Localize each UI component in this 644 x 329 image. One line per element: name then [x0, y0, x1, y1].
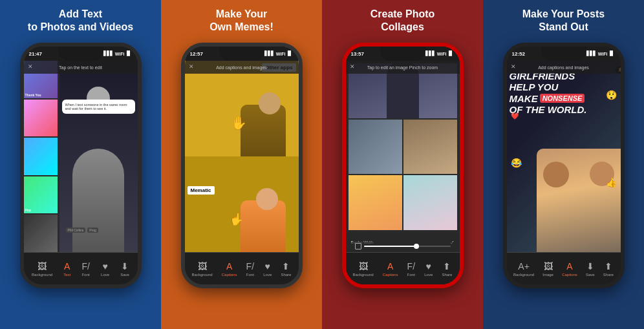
toolbar-share-2[interactable]: ⬆ Share	[281, 261, 291, 277]
time-1: 21:47	[29, 51, 42, 57]
toolbar-love-1[interactable]: ♥ Love	[101, 261, 109, 277]
panel-1-title: Add Text to Photos and Videos	[28, 8, 133, 36]
toolbar-love-label: Love	[101, 273, 109, 277]
post-bg: GIRLFRIENDS HELP YOU MAKE nonsense OF TH…	[507, 61, 621, 252]
toolbar-captions-4[interactable]: A Captions	[562, 261, 577, 277]
toolbar-save-1[interactable]: ⬇ Save	[120, 261, 129, 277]
slider-fill-1	[364, 246, 416, 247]
close-button-1[interactable]: ✕	[28, 64, 34, 70]
bg-icon-4: A+	[518, 261, 530, 271]
panel-posts: Make Your Posts Stand Out 12:52 ▋▋▋ WiFi…	[483, 0, 644, 329]
share-label-3: Share	[442, 273, 452, 277]
border-slider-1[interactable]	[364, 246, 451, 247]
battery-icon: ▉	[127, 51, 130, 56]
phone-3: 13:57 ▋▋▋ WiFi ▉ ✕ Tap to edit an image …	[342, 43, 464, 288]
thumb-stress[interactable]	[24, 138, 58, 175]
hint-text-4: Add captions and images	[538, 65, 589, 70]
toolbar-bg-label: Background	[32, 273, 52, 277]
save-label-4: Save	[586, 273, 595, 277]
toolbar-background-1[interactable]: 🖼 Background	[32, 261, 52, 277]
emoji-heart: ❤️	[511, 112, 519, 120]
close-button-3[interactable]: ✕	[350, 64, 356, 70]
collage-sunglasses[interactable]	[403, 175, 457, 230]
meme-container: ✋ 👆 Other	[185, 61, 299, 252]
bg-label-3: Background	[353, 273, 374, 277]
battery-4: ▉	[610, 51, 613, 56]
toolbar-background-4[interactable]: A+ Background	[513, 261, 534, 277]
toolbar-save-4[interactable]: ⬇ Save	[586, 261, 595, 277]
signal-icon: ▋▋▋	[103, 51, 113, 56]
person-figure	[72, 149, 124, 252]
drake-head-bottom	[256, 188, 278, 210]
status-icons-4: ▋▋▋ WiFi ▉	[586, 51, 613, 56]
phone-notch-1	[58, 47, 103, 61]
save-icon-4: ⬇	[586, 261, 594, 271]
phone-screen-1: 21:47 ▋▋▋ WiFi ▉ ✕ Tap on the text to ed…	[24, 47, 138, 284]
thumb-pig[interactable]	[24, 100, 58, 137]
phone-screen-2: 12:57 ▋▋▋ WiFi ▉ ✕ Add captions and imag…	[185, 47, 299, 284]
toolbar-image-4[interactable]: 🖼 Image	[542, 261, 553, 277]
toolbar-text-1[interactable]: A Text	[63, 261, 70, 277]
drake-bottom-panel: 👆	[185, 156, 299, 252]
love-icon-3: ♥	[426, 261, 431, 271]
status-icons-1: ▋▋▋ WiFi ▉	[103, 51, 130, 56]
time-4: 12:52	[512, 51, 525, 57]
border-icon-1	[355, 243, 361, 249]
collage-outdoor[interactable]	[349, 120, 402, 175]
panel-add-text: Add Text to Photos and Videos 21:47 ▋▋▋ …	[0, 0, 161, 329]
toolbar-background-3[interactable]: 🖼 Background	[353, 261, 374, 277]
captions-icon-4: A	[566, 261, 572, 271]
font-label-3: Font	[407, 273, 415, 277]
text-bubble-1: When I text someone in the same room and…	[62, 100, 135, 114]
toolbar-share-4[interactable]: ⬆ Share	[603, 261, 614, 277]
toolbar-font-3[interactable]: F/ Font	[407, 261, 415, 277]
toolbar-love-2[interactable]: ♥ Love	[263, 261, 272, 277]
thumb-einstein[interactable]	[24, 215, 58, 252]
close-button-4[interactable]: ✕	[511, 64, 517, 70]
font-icon-2: F/	[246, 261, 254, 271]
image-icon-4: 🖼	[544, 261, 553, 271]
mematic-label: Mematic	[188, 186, 215, 195]
signal-3: ▋▋▋	[425, 51, 435, 56]
phone-1: 21:47 ▋▋▋ WiFi ▉ ✕ Tap on the text to ed…	[20, 43, 142, 288]
thumb-pop[interactable]: Pop	[24, 176, 58, 214]
screen-hint-2: ✕ Add captions and images	[185, 61, 299, 74]
panel-4-title: Make Your Posts Stand Out	[522, 8, 605, 36]
captions-label-2: Captions	[222, 273, 237, 277]
phone-notch-3	[380, 47, 425, 61]
toolbar-font-1[interactable]: F/ Font	[81, 261, 89, 277]
outdoor-bg	[349, 120, 402, 175]
hand-gesture: ✋	[231, 115, 247, 131]
people-photo	[537, 149, 621, 252]
love-icon-2: ♥	[265, 261, 270, 271]
share-icon-2: ⬆	[282, 261, 290, 271]
collage-smile[interactable]	[349, 175, 402, 230]
battery-2: ▉	[288, 51, 291, 56]
panel-3-title: Create Photo Collages	[370, 8, 435, 36]
captions-icon-2: A	[226, 261, 232, 271]
emoji-laugh: 😂	[511, 158, 522, 168]
toolbar-background-2[interactable]: 🖼 Background	[192, 261, 213, 277]
toolbar-font-2[interactable]: F/ Font	[246, 261, 254, 277]
love-label-3: Love	[424, 273, 433, 277]
text-line-2: HELP YOU	[510, 81, 618, 92]
love-icon: ♥	[102, 261, 107, 271]
font-icon-3: F/	[407, 261, 415, 271]
slider-thumb-1[interactable]	[414, 244, 419, 249]
collage-row-3	[349, 175, 457, 230]
toolbar-captions-3[interactable]: A Captions	[383, 261, 398, 277]
signal-4: ▋▋▋	[586, 51, 596, 56]
screen-hint-3: ✕ Tap to edit an image Pinch to zoom	[346, 61, 460, 74]
phone-notch-2	[219, 47, 264, 61]
background-icon: 🖼	[38, 261, 47, 271]
toolbar-share-3[interactable]: ⬆ Share	[442, 261, 452, 277]
collage-cafe[interactable]	[403, 120, 457, 175]
toolbar-love-3[interactable]: ♥ Love	[424, 261, 433, 277]
wifi-icon: WiFi	[115, 52, 125, 56]
point-gesture: 👆	[230, 212, 244, 226]
post-content: GIRLFRIENDS HELP YOU MAKE nonsense OF TH…	[507, 61, 621, 252]
close-button-2[interactable]: ✕	[189, 64, 195, 70]
captions-icon-3: A	[387, 261, 393, 271]
toolbar-captions-2[interactable]: A Captions	[222, 261, 237, 277]
status-icons-3: ▋▋▋ WiFi ▉	[425, 51, 452, 56]
